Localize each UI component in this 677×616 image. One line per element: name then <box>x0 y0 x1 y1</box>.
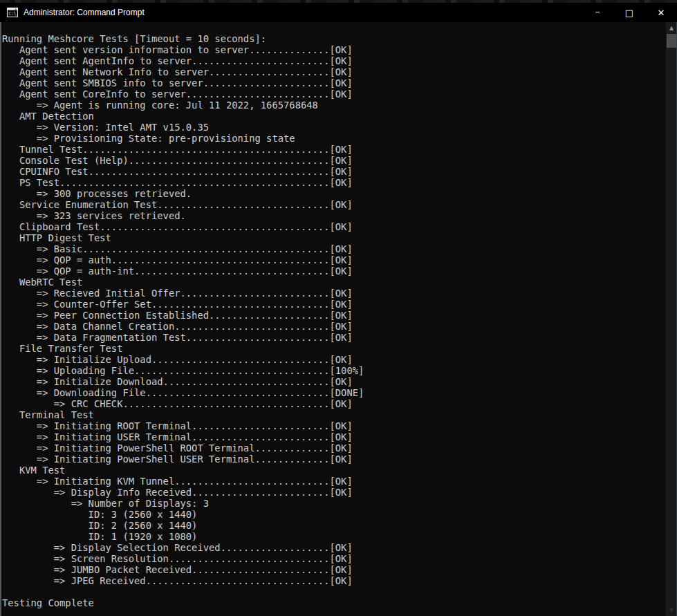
console-line: => QOP = auth-int.......................… <box>2 265 666 277</box>
console-line: => Initiating ROOT Terminal.............… <box>2 420 666 431</box>
console-line: => Basic................................… <box>2 243 666 254</box>
console-line: Tunnel Test.............................… <box>2 144 666 155</box>
chevron-up-icon: ▲ <box>669 26 674 31</box>
chevron-down-icon: ▼ <box>669 608 674 613</box>
console-line: => 300 processes retrieved. <box>2 188 666 199</box>
console-line: Service Enumeration Test................… <box>2 199 666 210</box>
cmd-icon[interactable]: c:\_ <box>7 7 18 18</box>
console-line: Clipboard Test..........................… <box>2 221 666 232</box>
console-line: => CRC CHECK............................… <box>2 398 666 409</box>
console-line: Console Test (Help).....................… <box>2 155 666 166</box>
console-line: => Display Selection Received...........… <box>2 542 666 553</box>
console-line: ID: 1 (1920 x 1080) <box>2 531 666 542</box>
close-button[interactable]: ✕ <box>645 3 677 22</box>
console-line: => Downloading File.....................… <box>2 387 666 398</box>
console-line: => Initiating PowerShell ROOT Terminal..… <box>2 442 666 454</box>
console-line: => Initiating PowerShell USER Terminal..… <box>2 454 666 465</box>
console-line: => Initialize Upload....................… <box>2 354 666 365</box>
scroll-down-button[interactable]: ▼ <box>666 604 677 616</box>
minimize-icon: – <box>595 6 600 16</box>
scrollbar-thumb[interactable] <box>667 34 676 48</box>
window-title: Administrator: Command Prompt <box>24 8 145 17</box>
console-line: Terminal Test <box>2 409 666 420</box>
console-line: => JUMBO Packet Received................… <box>2 564 666 575</box>
console-line: => Counter-Offer Set....................… <box>2 299 666 310</box>
minimize-button[interactable]: – <box>582 3 613 22</box>
terminal-output[interactable]: Running Meshcore Tests [Timeout = 10 sec… <box>0 22 666 616</box>
console-line: File Transfer Test <box>2 343 666 354</box>
window-controls: – □ ✕ <box>582 3 677 22</box>
console-line: Running Meshcore Tests [Timeout = 10 sec… <box>2 33 666 44</box>
console-line: => Data Fragmentation Test..............… <box>2 332 666 343</box>
console-line: => QOP = auth...........................… <box>2 254 666 265</box>
console-line: => Data Channel Creation................… <box>2 321 666 332</box>
maximize-icon: □ <box>625 8 633 17</box>
console-line: Testing Complete <box>2 597 666 608</box>
console-line: AMT Detection <box>2 111 666 122</box>
title-bar: c:\_ Administrator: Command Prompt – □ ✕ <box>0 3 677 22</box>
console-line: => Recieved Initial Offer...............… <box>2 288 666 299</box>
console-line: Agent sent Network Info to server.......… <box>2 66 666 77</box>
console-line: => Initiating USER Terminal.............… <box>2 431 666 442</box>
console-line: KVM Test <box>2 465 666 476</box>
console-line: Agent sent CoreInfo to server...........… <box>2 88 666 100</box>
console-line: ID: 2 (2560 x 1440) <box>2 520 666 531</box>
console-line: PS Test.................................… <box>2 177 666 188</box>
console-line: ID: 3 (2560 x 1440) <box>2 509 666 520</box>
console-line: => Version: Intel AMT v15.0.35 <box>2 122 666 133</box>
console-line: => Provisioning State: pre-provisioning … <box>2 133 666 144</box>
console-line <box>2 586 666 597</box>
console-line: Agent sent version information to server… <box>2 44 666 55</box>
console-line: WebRTC Test <box>2 277 666 288</box>
console-line: => Number of Displays: 3 <box>2 498 666 509</box>
console-line: Agent sent AgentInfo to server..........… <box>2 55 666 66</box>
console-line: Agent sent SMBIOS info to server........… <box>2 77 666 88</box>
console-line: => Display Info Received................… <box>2 487 666 498</box>
command-prompt-window: c:\_ Administrator: Command Prompt – □ ✕… <box>0 0 677 616</box>
console-line: => Screen Resolution....................… <box>2 553 666 564</box>
console-line: => Peer Connection Established..........… <box>2 310 666 321</box>
scrollbar[interactable]: ▲ ▼ <box>666 22 677 616</box>
maximize-button[interactable]: □ <box>613 3 645 22</box>
scroll-up-button[interactable]: ▲ <box>666 22 677 34</box>
console-line: => Initialize Download..................… <box>2 376 666 387</box>
console-line: => Agent is running core: Jul 11 2022, 1… <box>2 100 666 111</box>
console-line: => Initiating KVM Tunnel................… <box>2 476 666 487</box>
console-line: => Uploading File.......................… <box>2 365 666 376</box>
close-icon: ✕ <box>658 8 665 17</box>
console-line: => JPEG Received........................… <box>2 575 666 586</box>
console-line: HTTP Digest Test <box>2 232 666 243</box>
svg-text:c:\_: c:\_ <box>8 10 18 16</box>
console-line: => 323 services retrieved. <box>2 210 666 221</box>
console-line: CPUINFO Test............................… <box>2 166 666 177</box>
